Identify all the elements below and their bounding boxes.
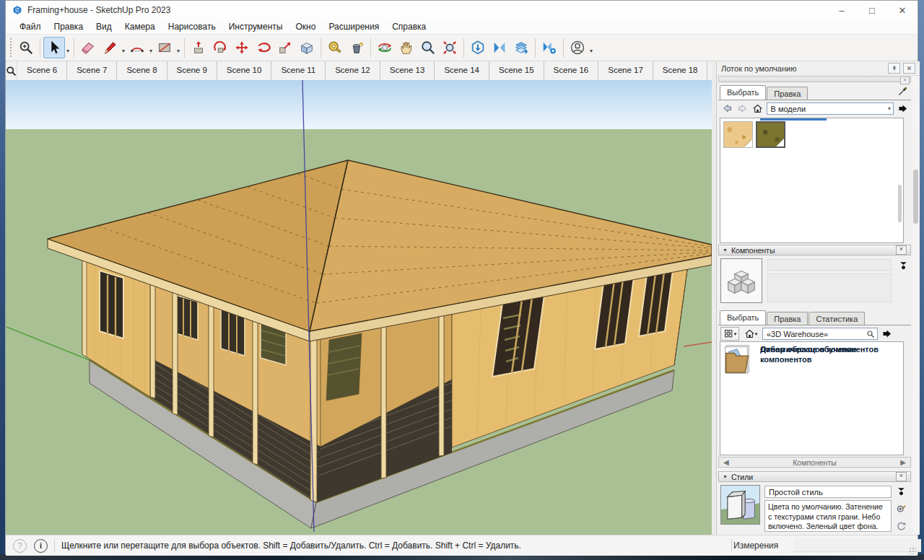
components-list[interactable]: Динамическое обучение компонентов Отбор …	[720, 341, 904, 455]
menu-item[interactable]: Нарисовать	[162, 20, 222, 33]
create-style-icon[interactable]	[896, 503, 907, 514]
back-button[interactable]	[721, 102, 734, 115]
account-dropdown-caret[interactable]: ▾	[588, 48, 594, 54]
push-pull-tool-button[interactable]	[188, 37, 209, 58]
scene-tab[interactable]: Scene 16	[544, 61, 599, 80]
extension-manager-tool-button[interactable]	[539, 37, 560, 58]
close-button[interactable]: ✕	[887, 1, 918, 19]
flip-tool-button[interactable]	[489, 37, 510, 58]
menu-item[interactable]: Файл	[13, 20, 48, 33]
scene-tab[interactable]: Scene 6	[17, 61, 67, 80]
menu-item[interactable]: Справка	[385, 20, 432, 33]
orbit-tool-button[interactable]	[374, 37, 396, 58]
scene-tab[interactable]: Scene 13	[380, 61, 435, 80]
style-name-field[interactable]: Простой стиль	[764, 486, 892, 498]
scale-tool-button[interactable]	[274, 37, 296, 58]
menu-item[interactable]: Вид	[90, 20, 118, 33]
window-left-wall[interactable]	[100, 271, 123, 338]
minimize-button[interactable]: –	[827, 1, 857, 19]
material-swatch-dark-wood[interactable]	[756, 121, 785, 148]
components-tab-stats[interactable]: Статистика	[808, 312, 865, 325]
get-models-tool-button[interactable]	[467, 37, 489, 58]
scene-tab[interactable]: Scene 14	[435, 61, 489, 80]
pane-select-icon[interactable]	[896, 486, 907, 496]
scene-tab[interactable]: Scene 8	[117, 61, 167, 80]
component-name-field[interactable]	[767, 259, 892, 271]
components-display-pane-button[interactable]	[897, 259, 910, 271]
scene-tab[interactable]: Scene 17	[598, 61, 653, 80]
tray-close-button[interactable]: ✕	[903, 63, 915, 74]
materials-tab-select[interactable]: Выбрать	[720, 85, 766, 100]
paint-bucket-tool-button[interactable]	[346, 37, 367, 58]
refresh-icon[interactable]	[896, 520, 907, 531]
pan-tool-button[interactable]	[396, 37, 417, 58]
arc-dropdown-caret[interactable]: ▾	[148, 48, 154, 54]
component-list-item[interactable]: Отбор образцов компонентов	[720, 342, 905, 375]
material-swatch-light-wood[interactable]	[723, 121, 753, 148]
menu-item[interactable]: Камера	[118, 20, 162, 33]
components-tab-edit[interactable]: Правка	[767, 312, 808, 325]
credits-status-icon[interactable]: i	[34, 539, 48, 553]
components-tab-select[interactable]: Выбрать	[720, 310, 766, 325]
sample-paint-button[interactable]	[896, 85, 909, 97]
viewport-canvas[interactable]	[6, 80, 712, 535]
footer-back-icon[interactable]: ◀	[723, 458, 729, 466]
scene-tab[interactable]: Scene 9	[167, 61, 217, 80]
components-home-button[interactable]: ▾	[741, 328, 760, 340]
tape-measure-tool-button[interactable]	[324, 37, 346, 58]
footer-forward-icon[interactable]: ▶	[900, 458, 906, 466]
menu-item[interactable]: Инструменты	[222, 20, 289, 33]
line-tool-button[interactable]	[99, 37, 121, 58]
styles-close-icon[interactable]: ×	[896, 472, 907, 481]
zoom-tool-button[interactable]	[417, 37, 439, 58]
sky[interactable]	[6, 80, 712, 129]
tray-scrollbar[interactable]	[912, 76, 919, 534]
scene-tab[interactable]: Scene 11	[271, 61, 326, 80]
help-status-icon[interactable]: ?	[13, 539, 27, 553]
materials-scrollbar[interactable]	[898, 185, 902, 222]
view-options-button[interactable]: ▾	[720, 327, 739, 341]
eraser-tool-button[interactable]	[77, 37, 99, 58]
maximize-button[interactable]: □	[857, 1, 887, 19]
in-model-button[interactable]	[751, 102, 764, 115]
scene-tab[interactable]: Scene 7	[67, 61, 117, 80]
solid-tools-tool-button[interactable]	[510, 37, 532, 58]
styles-section-header[interactable]: ▼ Стили ×	[718, 471, 911, 482]
menu-item[interactable]: Расширения	[322, 20, 385, 33]
zoom-extents-tool-button[interactable]	[439, 37, 461, 58]
select-tool-button[interactable]	[43, 37, 65, 58]
scene-tab[interactable]: Scene 18	[653, 61, 708, 80]
forward-button[interactable]	[736, 102, 749, 115]
follow-me-tool-button[interactable]	[209, 37, 231, 58]
measurements-input[interactable]	[794, 539, 921, 552]
tray-pin-button[interactable]	[888, 63, 900, 74]
resize-grip[interactable]	[909, 547, 916, 554]
materials-section-header[interactable]	[718, 76, 911, 82]
materials-tab-edit[interactable]: Правка	[767, 87, 808, 100]
components-search-box[interactable]: «3D Warehouse»	[762, 328, 878, 340]
menu-item[interactable]: Окно	[289, 20, 322, 33]
arc-tool-button[interactable]	[126, 37, 148, 58]
materials-collection-dropdown[interactable]: В модели ▾	[767, 102, 894, 115]
materials-list[interactable]	[720, 118, 904, 243]
rectangle-tool-button[interactable]	[154, 37, 175, 58]
toolbar-drag-handle[interactable]	[9, 38, 13, 58]
rectangle-dropdown-caret[interactable]: ▾	[175, 48, 181, 54]
rotate-tool-button[interactable]	[253, 37, 274, 58]
zoom-window-tool-button[interactable]	[15, 37, 37, 58]
menu-item[interactable]: Правка	[48, 20, 90, 33]
account-tool-button[interactable]	[567, 37, 588, 58]
select-dropdown-caret[interactable]: ▾	[65, 48, 71, 54]
move-tool-button[interactable]	[231, 37, 253, 58]
components-close-icon[interactable]: ×	[896, 245, 907, 255]
line-dropdown-caret[interactable]: ▾	[121, 48, 126, 54]
scene-tab[interactable]: Scene 12	[326, 61, 380, 80]
make-component-tool-button[interactable]	[296, 37, 318, 58]
tray-scrollbar-thumb[interactable]	[913, 170, 918, 224]
components-secondary-pane-button[interactable]	[880, 328, 893, 340]
scene-tab[interactable]: Scene 15	[489, 61, 544, 80]
scene-tab[interactable]: Scene 10	[217, 61, 272, 80]
scene-search-button[interactable]	[6, 61, 17, 80]
materials-close-icon[interactable]: ×	[900, 76, 910, 84]
component-description-field[interactable]	[767, 274, 892, 302]
